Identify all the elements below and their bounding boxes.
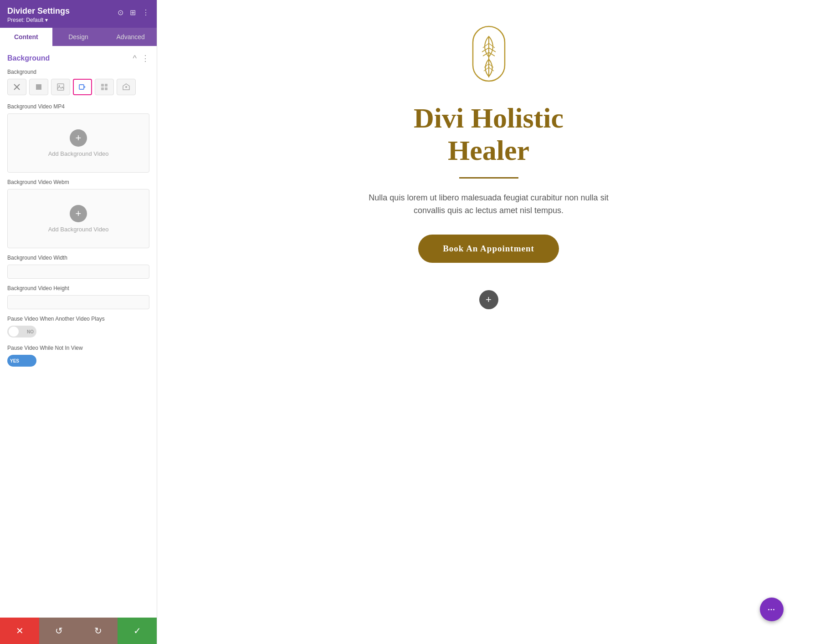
video-webm-plus-icon: + [70,205,87,222]
redo-button[interactable]: ↻ [78,618,118,644]
pause-another-toggle-row: NO [7,326,149,337]
panel-preset[interactable]: Preset: Default ▾ [7,17,70,23]
pause-notinview-toggle[interactable]: YES [7,355,36,367]
bg-type-video[interactable] [73,79,92,95]
pause-notinview-toggle-label: YES [10,358,19,363]
panel-body: Background ^ ⋮ Background [0,46,157,618]
fab-button[interactable]: ••• [760,598,784,621]
preview-divider-line [459,177,518,179]
section-more-icon[interactable]: ⋮ [141,53,149,63]
svg-rect-8 [105,84,108,87]
video-mp4-upload[interactable]: + Add Background Video [7,113,149,173]
undo-button[interactable]: ↺ [39,618,78,644]
video-mp4-label: Background Video MP4 [7,103,149,110]
bg-type-pattern[interactable] [95,79,114,95]
svg-rect-7 [101,84,104,87]
collapse-icon[interactable]: ^ [133,54,137,63]
bg-type-image[interactable] [51,79,70,95]
preview-area: Divi Holistic Healer Nulla quis lorem ut… [157,0,820,644]
panel-title: Divider Settings [7,6,70,16]
video-webm-add-label: Add Background Video [48,226,109,233]
video-mp4-add-label: Add Background Video [48,150,109,157]
background-section-header: Background ^ ⋮ [7,53,149,63]
tab-advanced[interactable]: Advanced [104,28,157,46]
preview-body-text: Nulla quis lorem ut libero malesuada feu… [352,191,625,218]
more-icon[interactable]: ⋮ [142,8,149,17]
svg-line-21 [484,64,489,67]
cancel-button[interactable]: ✕ [0,618,39,644]
bg-field-label: Background [7,69,149,75]
svg-line-22 [484,67,489,71]
panel-header-icons: ⊙ ⊞ ⋮ [118,8,149,17]
bg-type-mask[interactable] [117,79,136,95]
section-header-controls: ^ ⋮ [133,53,149,63]
video-mp4-plus-icon: + [70,129,87,147]
panel-bottom-bar: ✕ ↺ ↻ ✓ [0,618,157,644]
video-webm-label: Background Video Webm [7,179,149,185]
panel-header: Divider Settings Preset: Default ▾ ⊙ ⊞ ⋮ [0,0,157,28]
pause-another-toggle-label: NO [27,329,34,334]
svg-line-18 [489,43,495,48]
background-section-title: Background [7,54,50,62]
bg-type-color[interactable] [29,79,48,95]
preview-logo [464,23,514,102]
svg-rect-9 [101,87,104,90]
settings-panel: Divider Settings Preset: Default ▾ ⊙ ⊞ ⋮… [0,0,157,644]
video-width-input[interactable] [7,265,149,279]
pause-another-label: Pause Video When Another Video Plays [7,316,149,322]
tab-content[interactable]: Content [0,28,52,46]
svg-line-24 [489,67,494,71]
target-icon[interactable]: ⊙ [118,8,123,17]
svg-line-15 [483,43,489,48]
preview-title: Divi Holistic Healer [414,102,564,167]
save-button[interactable]: ✓ [118,618,157,644]
panel-tabs: Content Design Advanced [0,28,157,46]
pause-notinview-toggle-row: YES [7,355,149,367]
pause-notinview-label: Pause Video While Not In View [7,345,149,351]
add-row-button[interactable]: + [479,290,498,309]
svg-line-23 [489,64,493,67]
tab-design[interactable]: Design [52,28,105,46]
svg-point-12 [125,86,127,88]
svg-marker-6 [84,86,86,88]
video-height-label: Background Video Height [7,285,149,291]
appointment-button[interactable]: Book An Appointment [418,235,559,263]
video-width-label: Background Video Width [7,255,149,261]
pause-another-toggle[interactable]: NO [7,326,36,337]
bg-type-row [7,79,149,95]
bg-type-clear[interactable] [7,79,26,95]
fab-dots-icon: ••• [768,607,776,612]
svg-rect-2 [36,84,41,90]
video-height-input[interactable] [7,295,149,309]
layout-icon[interactable]: ⊞ [130,8,136,17]
video-webm-upload[interactable]: + Add Background Video [7,189,149,248]
svg-rect-10 [105,87,108,90]
svg-rect-5 [79,85,84,89]
